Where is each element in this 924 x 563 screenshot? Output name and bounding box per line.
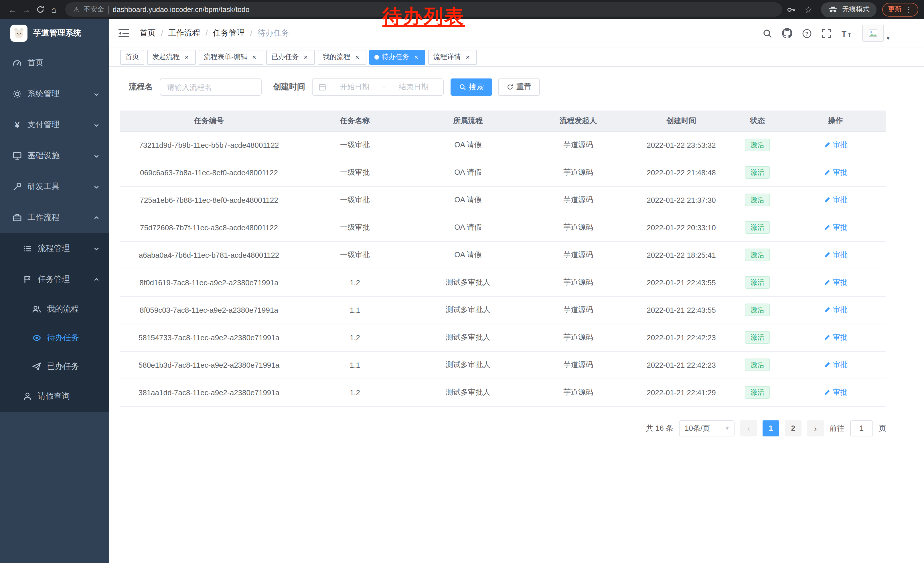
cell-task-name: 一级审批 [298,186,412,214]
tab-5[interactable]: 待办任务× [369,50,425,65]
sidebar-item-6[interactable]: 流程管理 [0,233,109,264]
browser-forward-icon[interactable]: → [20,3,33,17]
browser-menu-icon[interactable]: ⋮ [905,5,912,14]
tab-0[interactable]: 首页 [120,50,144,65]
sidebar-item-label: 首页 [27,58,44,68]
col-starter: 流程发起人 [524,111,633,131]
pagination: 共 16 条 10条/页 ▾ ‹ 12 › 前往 页 [120,420,886,436]
sidebar-item-1[interactable]: 系统管理 [0,78,109,110]
tab-close-icon[interactable]: × [250,53,258,61]
status-badge: 激活 [745,249,770,261]
monitor-icon [13,151,22,161]
page-button-1[interactable]: 1 [762,420,779,436]
tab-close-icon[interactable]: × [412,53,420,61]
page-button-2[interactable]: 2 [785,420,801,436]
help-icon[interactable]: ? [802,29,812,38]
approve-link[interactable]: 审批 [824,250,848,260]
cell-starter: 芋道源码 [524,131,633,159]
prev-page-button[interactable]: ‹ [740,420,757,436]
breadcrumb-item[interactable]: 首页 [140,28,156,38]
fullscreen-icon[interactable] [822,29,831,38]
sidebar-item-label: 流程管理 [38,243,70,254]
sidebar-item-10[interactable]: 已办任务 [0,352,109,381]
select-caret-icon: ▾ [726,424,729,432]
table-row: 58154733-7ac8-11ec-a9e2-a2380e71991a1.2测… [120,324,886,351]
gear-icon [13,89,22,99]
edit-pencil-icon [824,279,830,286]
cell-task-id: 58154733-7ac8-11ec-a9e2-a2380e71991a [120,324,298,351]
approve-link[interactable]: 审批 [824,140,848,150]
cell-create-time: 2022-01-21 22:41:29 [633,378,730,406]
page-size-select[interactable]: 10条/页 ▾ [679,420,735,436]
create-time-range-picker[interactable]: 开始日期 - 结束日期 [312,78,444,96]
sidebar-item-11[interactable]: 请假查询 [0,381,109,412]
search-icon[interactable] [763,29,772,38]
sidebar-item-4[interactable]: 研发工具 [0,171,109,202]
jump-page-input[interactable] [850,420,873,436]
sidebar-item-5[interactable]: 工作流程 [0,202,109,233]
cell-task-name: 1.1 [298,351,412,378]
cell-create-time: 2022-01-21 22:42:23 [633,351,730,378]
sidebar-item-2[interactable]: ¥支付管理 [0,110,109,140]
tab-close-icon[interactable]: × [464,53,472,61]
col-process: 所属流程 [412,111,524,131]
process-name-label: 流程名 [129,82,153,92]
approve-link[interactable]: 审批 [824,360,848,370]
create-time-label: 创建时间 [273,82,305,92]
cell-task-id: 8f0d1619-7ac8-11ec-a9e2-a2380e71991a [120,269,298,296]
browser-back-icon[interactable]: ← [6,3,20,17]
approve-link[interactable]: 审批 [824,195,848,205]
tab-3[interactable]: 已办任务× [266,50,315,65]
start-date-placeholder: 开始日期 [331,82,378,92]
font-size-icon[interactable]: TT [841,29,853,38]
approve-link[interactable]: 审批 [824,167,848,177]
user-avatar[interactable]: ▾ [862,25,890,42]
chevron-up-icon [93,276,100,283]
update-button[interactable]: 更新 ⋮ [882,3,918,17]
search-button[interactable]: 搜索 [450,78,492,96]
sidebar-item-9[interactable]: 待办任务 [0,324,109,352]
approve-link[interactable]: 审批 [824,332,848,342]
next-page-button[interactable]: › [807,420,824,436]
status-badge: 激活 [745,276,770,289]
github-icon[interactable] [782,28,793,38]
breadcrumb-separator: / [161,29,163,38]
cell-task-id: a6aba0a4-7b6d-11ec-b781-acde48001122 [120,241,298,269]
approve-link[interactable]: 审批 [824,222,848,233]
tab-2[interactable]: 流程表单-编辑× [199,50,263,65]
status-badge: 激活 [745,303,770,316]
sidebar-item-3[interactable]: 基础设施 [0,140,109,171]
sidebar-item-label: 待办任务 [47,333,79,343]
app-logo[interactable]: 芋道管理系统 [0,19,109,48]
tab-6[interactable]: 流程详情× [428,50,477,65]
process-name-input[interactable] [160,78,262,96]
sidebar-item-8[interactable]: 我的流程 [0,295,109,324]
bookmark-star-icon[interactable]: ☆ [801,3,815,17]
omnibox-divider [108,6,109,14]
approve-link[interactable]: 审批 [824,387,848,398]
status-badge: 激活 [745,386,770,399]
sidebar-item-0[interactable]: 首页 [0,48,109,78]
status-badge: 激活 [745,331,770,344]
breadcrumb-item[interactable]: 工作流程 [168,28,200,38]
sidebar-item-label: 已办任务 [47,362,79,372]
sidebar-item-7[interactable]: 任务管理 [0,264,109,295]
browser-home-icon[interactable]: ⌂ [47,3,61,17]
tab-close-icon[interactable]: × [183,53,190,61]
reset-button[interactable]: 重置 [498,78,540,96]
svg-text:¥: ¥ [15,120,20,129]
cell-starter: 芋道源码 [524,351,633,378]
breadcrumb-item[interactable]: 任务管理 [213,28,245,38]
password-key-icon[interactable] [787,5,796,14]
tab-close-icon[interactable]: × [353,53,361,61]
calendar-icon [318,83,326,91]
hamburger-icon[interactable] [118,28,129,38]
approve-link[interactable]: 审批 [824,277,848,288]
tab-4[interactable]: 我的流程× [318,50,366,65]
tab-close-icon[interactable]: × [302,53,310,61]
browser-refresh-icon[interactable] [33,3,47,17]
approve-link[interactable]: 审批 [824,305,848,315]
update-label: 更新 [888,5,902,14]
eye-icon [32,333,41,342]
tab-1[interactable]: 发起流程× [147,50,196,65]
